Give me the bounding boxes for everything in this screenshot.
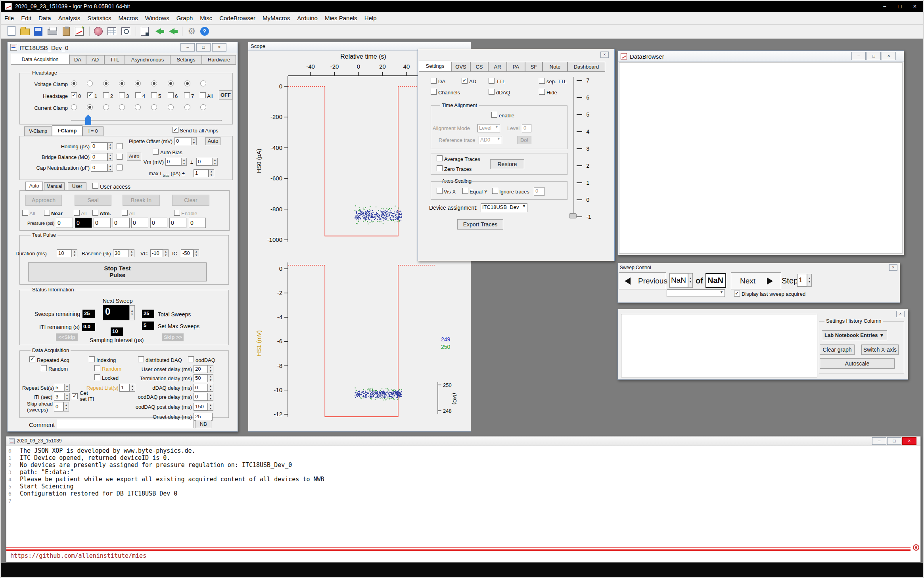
display-last-sweep-checkbox[interactable] (734, 291, 740, 297)
channel-scale-thumb[interactable] (569, 213, 577, 218)
seal-all-checkbox[interactable] (74, 210, 80, 216)
ooddaq-pre-delay-field[interactable]: 0 (194, 393, 208, 401)
ic-radio[interactable] (103, 104, 109, 110)
current-sweep-field[interactable]: NaN (669, 273, 688, 288)
breakin-all-checkbox[interactable] (122, 210, 128, 216)
ignore-traces-checkbox[interactable] (492, 188, 498, 194)
get-set-iti-checkbox[interactable] (72, 393, 78, 399)
next-sweep-button[interactable]: Next (731, 272, 781, 289)
open-file-icon[interactable] (20, 26, 31, 36)
ic-field[interactable]: -50 (181, 249, 194, 257)
vc-field[interactable]: -10 (150, 249, 163, 257)
device-minimize-button[interactable]: − (180, 43, 195, 52)
headstage-checkbox[interactable] (151, 92, 157, 98)
new-table-icon[interactable] (107, 26, 118, 36)
average-traces-checkbox[interactable] (437, 155, 443, 161)
vc-radio[interactable] (151, 80, 157, 86)
baseline-spinner[interactable]: ▲▼ (129, 249, 134, 257)
ic-radio[interactable] (168, 104, 174, 110)
max-ibias-spinner[interactable]: ▲▼ (209, 169, 214, 177)
vc-radio[interactable] (103, 80, 109, 86)
headstage-checkbox[interactable] (184, 92, 190, 98)
repeat-set-spinner[interactable]: ▲▼ (64, 384, 70, 392)
close-button[interactable]: × (907, 1, 922, 12)
skip-forward-button[interactable]: Skip >> (162, 333, 184, 341)
save-icon[interactable] (34, 26, 44, 36)
enable-checkbox[interactable] (174, 210, 180, 216)
menu-item[interactable]: Analysis (55, 12, 84, 21)
help-icon[interactable]: ? (200, 26, 211, 36)
tab-data-acquisition[interactable]: Data Acquisition (11, 54, 69, 65)
data-browser-icon[interactable] (94, 26, 104, 36)
tab-pressure-user[interactable]: User (68, 182, 86, 191)
tab-izero[interactable]: I = 0 (82, 126, 104, 136)
pressure-field[interactable]: 0 (75, 218, 92, 228)
nb-button[interactable]: NB (196, 420, 211, 428)
previous-sweep-button[interactable]: Previous (619, 272, 666, 289)
menu-item[interactable]: Mies Panels (321, 12, 361, 21)
random-checkbox[interactable] (41, 365, 47, 371)
next-sweep-field[interactable]: 0 (103, 305, 129, 320)
pipette-offset-field[interactable]: 0 (174, 137, 191, 145)
ic-radio[interactable] (151, 104, 157, 110)
repeat-list-field[interactable]: 1 (119, 384, 130, 392)
headstage-checkbox[interactable] (103, 92, 109, 98)
headstage-checkbox[interactable] (71, 92, 77, 98)
menu-item[interactable]: File (1, 12, 17, 21)
cap-neutralization-checkbox[interactable] (117, 165, 123, 170)
locked-checkbox[interactable] (94, 374, 100, 380)
menu-item[interactable]: MyMacros (259, 12, 293, 21)
autoscale-button[interactable]: Autoscale (820, 358, 895, 369)
pressure-field[interactable]: 0 (56, 218, 73, 228)
pressure-field[interactable]: 0 (169, 218, 186, 228)
sb-ttl-checkbox[interactable] (489, 78, 495, 84)
tab-vclamp[interactable]: V-Clamp (24, 126, 52, 136)
databrowser-close-button[interactable]: × (882, 52, 896, 60)
approach-all-checkbox[interactable] (22, 210, 28, 216)
tab-da[interactable]: DA (69, 55, 86, 65)
iti-sec-spinner[interactable]: ▲▼ (64, 393, 70, 401)
ic-radio[interactable] (119, 104, 125, 110)
pressure-field[interactable]: 0 (94, 218, 111, 228)
command-bullseye-icon[interactable] (913, 544, 919, 551)
headstage-checkbox-all[interactable] (200, 92, 206, 98)
menu-item[interactable]: Arduino (293, 12, 321, 21)
indexing-checkbox[interactable] (89, 356, 95, 362)
ooddaq-post-delay-spinner[interactable]: ▲▼ (208, 403, 213, 411)
indexing-random-checkbox[interactable] (94, 365, 100, 371)
command-line-input[interactable]: https://github.com/alleninstitute/mies (10, 552, 146, 559)
current-sweep-spinner[interactable]: ▲▼ (688, 273, 693, 288)
distributed-daq-checkbox[interactable] (138, 356, 144, 362)
max-ibias-field[interactable]: 1 (194, 169, 209, 177)
step-field[interactable]: 1 (797, 274, 807, 287)
device-assignment-dropdown[interactable]: ITC18USB_Dev_▼ (481, 203, 527, 212)
tab-ttl[interactable]: TTL (104, 55, 125, 65)
history-close-button[interactable]: × (896, 311, 905, 317)
vc-radio[interactable] (184, 80, 190, 86)
skip-back-button[interactable]: <<Skip (56, 333, 78, 341)
window-magnifier-icon[interactable] (121, 26, 132, 36)
break-in-button[interactable]: Break In (123, 195, 160, 206)
back-arrow-icon[interactable] (154, 26, 164, 36)
maximize-button[interactable]: □ (892, 1, 907, 12)
bridge-balance-field[interactable]: 0 (91, 153, 107, 161)
repeat-list-spinner[interactable]: ▲▼ (130, 384, 135, 392)
ic-radio[interactable] (200, 104, 206, 110)
tab-sb-ovs[interactable]: OVS (451, 62, 470, 72)
headstage-slider-track[interactable] (71, 120, 222, 121)
settings-close-button[interactable]: × (600, 52, 609, 58)
tab-pressure-auto[interactable]: Auto (25, 182, 43, 191)
menu-item[interactable]: Statistics (84, 12, 115, 21)
headstage-checkbox[interactable] (119, 92, 125, 98)
pressure-field[interactable]: 0 (113, 218, 130, 228)
holding-field[interactable]: 0 (91, 142, 107, 150)
cap-neutralization-spinner[interactable]: ▲▼ (107, 164, 113, 172)
databrowser-maximize-button[interactable]: □ (866, 52, 881, 60)
seal-button[interactable]: Seal (75, 195, 111, 206)
vc-radio[interactable] (200, 80, 206, 86)
time-alignment-enable-checkbox[interactable] (491, 112, 497, 118)
sweep-dropdown[interactable]: ▼ (667, 289, 725, 297)
new-experiment-icon[interactable] (6, 26, 17, 36)
vis-x-checkbox[interactable] (437, 188, 443, 194)
zero-traces-checkbox[interactable] (437, 165, 443, 171)
